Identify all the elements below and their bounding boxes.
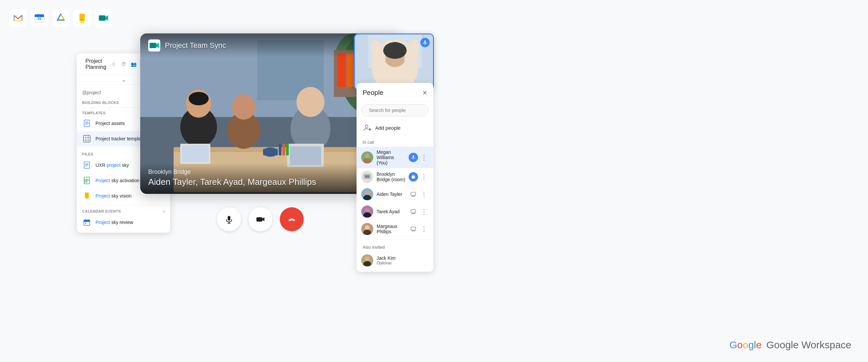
people-panel: People ✕ Add people In call [356, 83, 433, 272]
svg-rect-28 [85, 165, 89, 165]
add-person-icon [363, 123, 372, 132]
svg-text:31: 31 [37, 17, 41, 21]
svg-rect-98 [365, 175, 369, 177]
svg-point-102 [365, 191, 370, 195]
svg-rect-9 [81, 22, 84, 23]
clock-icon[interactable]: ⏱ [120, 60, 127, 68]
svg-rect-41 [85, 223, 86, 224]
list-item: Aiden Tayler ⋮ [356, 186, 433, 203]
drive-icon[interactable] [52, 9, 69, 27]
list-item: Brooklyn Bridge (room) ⋮ [356, 168, 433, 186]
megan-mic-icon[interactable] [409, 153, 418, 162]
svg-rect-71 [286, 144, 289, 156]
margeaux-actions: ⋮ [409, 224, 429, 234]
people-panel-header: People ✕ [356, 83, 433, 101]
brooklyn-actions: ⋮ [409, 172, 429, 182]
svg-rect-21 [84, 135, 90, 142]
project-vision-label: Project sky vision [95, 193, 165, 199]
svg-point-116 [365, 225, 370, 230]
end-call-button[interactable] [280, 207, 304, 231]
svg-rect-69 [279, 144, 281, 156]
self-video-tile: You [354, 33, 434, 90]
list-item[interactable]: Project sky review [77, 215, 170, 230]
in-call-section: In call Megan Williams (You) ⋮ [356, 136, 433, 240]
megan-actions: ⋮ [409, 153, 429, 162]
gmail-icon[interactable] [9, 9, 27, 27]
svg-rect-50 [337, 54, 345, 87]
megan-options-icon[interactable]: ⋮ [419, 153, 429, 162]
people-icon[interactable]: 👥 [129, 60, 137, 68]
svg-point-89 [365, 125, 368, 128]
meet-logo [148, 39, 160, 52]
svg-rect-104 [411, 192, 416, 196]
table-icon [82, 134, 91, 143]
project-review-label: Project sky review [95, 220, 165, 225]
end-call-icon [286, 214, 297, 225]
people-search-input[interactable] [369, 108, 427, 113]
g-letter: G [730, 339, 737, 350]
svg-rect-11 [99, 16, 105, 21]
meet-call-title: Project Team Sync [165, 41, 226, 50]
margeaux-avatar [361, 223, 373, 235]
margeaux-options-icon[interactable]: ⋮ [419, 224, 429, 234]
svg-rect-60 [182, 145, 209, 162]
svg-rect-70 [282, 144, 285, 156]
jack-subtitle: Optional [377, 261, 396, 266]
svg-rect-18 [85, 122, 89, 122]
keep-icon[interactable] [73, 9, 91, 27]
svg-rect-118 [411, 227, 416, 230]
svg-point-84 [383, 42, 407, 59]
tarek-avatar [361, 205, 373, 218]
calendar-events-label: CALENDAR EVENTS [82, 209, 121, 213]
mic-active-icon [422, 40, 428, 45]
keep-file-icon [82, 191, 91, 200]
tarek-name: Tarek Ayad [377, 209, 405, 214]
svg-rect-43 [88, 219, 89, 221]
add-people-row[interactable]: Add people [356, 120, 433, 136]
camera-button[interactable] [248, 207, 272, 231]
microphone-button[interactable] [217, 207, 241, 231]
calendar-events-arrow[interactable]: › [163, 208, 165, 214]
brooklyn-name: Brooklyn Bridge (room) [377, 171, 405, 182]
margeaux-monitor-icon[interactable] [409, 224, 418, 234]
chevron-down-icon: ⌄ [122, 77, 126, 83]
docs-file-icon [82, 119, 91, 128]
svg-rect-31 [85, 179, 89, 180]
cam-icon [256, 215, 265, 224]
jack-avatar [361, 254, 373, 267]
google-workspace-branding: Google Google Workspace [730, 339, 851, 351]
close-icon[interactable]: ✕ [422, 89, 427, 96]
margeaux-name: Margeaux Phillips [377, 224, 405, 234]
aiden-avatar [361, 188, 373, 200]
list-item: Tarek Ayad ⋮ [356, 203, 433, 220]
svg-point-109 [365, 208, 370, 213]
also-invited-label: Also invited [356, 243, 433, 252]
calendar-icon[interactable]: 31 [31, 9, 48, 27]
svg-rect-37 [86, 198, 88, 199]
brooklyn-options-icon[interactable]: ⋮ [419, 172, 429, 182]
svg-rect-77 [256, 217, 262, 222]
o1-letter: o [737, 339, 743, 350]
brooklyn-pin-icon[interactable] [409, 172, 418, 182]
google-logo-text: Google [730, 339, 762, 351]
tarek-options-icon[interactable]: ⋮ [419, 207, 429, 216]
star-icon[interactable]: ☆ [110, 60, 118, 68]
jack-name: Jack Kim [377, 255, 396, 261]
svg-point-58 [189, 92, 209, 105]
jack-info: Jack Kim Optional [377, 255, 396, 266]
tarek-actions: ⋮ [409, 207, 429, 216]
svg-point-62 [232, 94, 255, 120]
svg-rect-29 [85, 166, 88, 166]
aiden-actions: ⋮ [409, 190, 429, 199]
aiden-monitor-icon[interactable] [409, 190, 418, 199]
svg-rect-40 [84, 221, 90, 222]
aiden-options-icon[interactable]: ⋮ [419, 190, 429, 199]
meet-icon[interactable] [95, 9, 112, 27]
people-search-container[interactable] [361, 104, 429, 116]
workspace-text: Google Workspace [764, 339, 851, 351]
participants-names: Aiden Tayler, Tarek Ayad, Margeaux Phill… [148, 177, 393, 187]
calendar-events-section-header: CALENDAR EVENTS › [77, 206, 170, 215]
building-blocks-label: BUILDING BLOCKS [82, 101, 119, 105]
templates-label: TEMPLATES [82, 111, 105, 115]
tarek-monitor-icon[interactable] [409, 207, 418, 216]
